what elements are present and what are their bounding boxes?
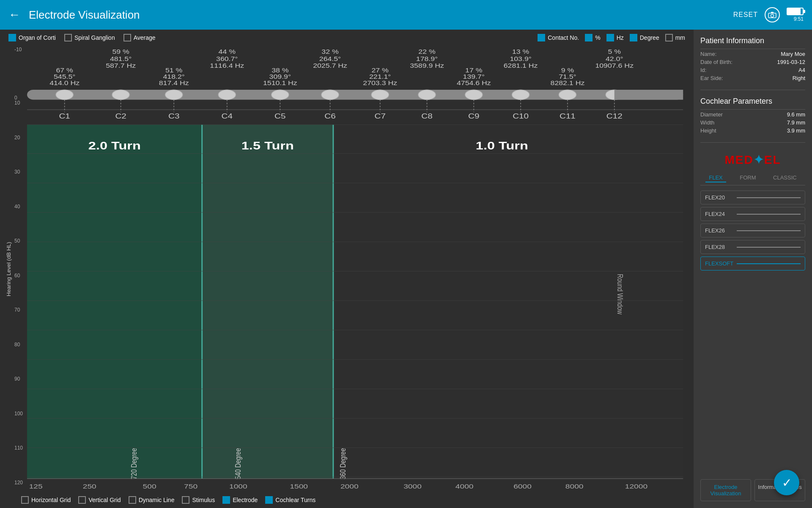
svg-text:545.5°: 545.5° [54,73,75,80]
svg-text:C7: C7 [374,112,385,120]
patient-fields: Name:Mary MoeDate of Birth:1991-03-12Id:… [700,51,805,81]
patient-field-value: A4 [798,67,805,73]
svg-text:414.0 Hz: 414.0 Hz [49,80,80,86]
spiral-ganglion-label: Spiral Ganglion [74,34,115,41]
average-checkbox[interactable] [123,34,131,41]
patient-field-value: Right [793,75,805,81]
svg-text:540 Degree: 540 Degree [234,448,242,479]
svg-point-15 [465,90,483,100]
patient-info-row: Ear Side:Right [700,75,805,81]
nav-electrode-visualization[interactable]: Electrode Visualization [700,479,751,501]
medel-logo: MED✦EL [724,153,781,166]
cochlear-fields: Diameter9.6 mmWidth7.9 mmHeight3.9 mm [700,111,805,134]
legend-electrode[interactable]: Electrode [222,496,258,504]
chart-svg: C1 C2 C3 C4 C5 C6 C7 C8 C9 C10 C11 C12 5… [27,45,689,494]
svg-text:720 Degree: 720 Degree [129,448,138,479]
cochlear-params-title: Cochlear Parameters [700,97,805,106]
legend-stimulus[interactable]: Stimulus [182,496,215,504]
header-right: RESET 9:51 [733,7,804,22]
electrode-type-tabs: FLEX FORM CLASSIC [700,174,805,185]
svg-text:C6: C6 [324,112,335,120]
svg-text:1.0 Turn: 1.0 Turn [476,140,528,152]
electrode-options: FLEX20FLEX24FLEX26FLEX28FLEXSOFT [700,190,805,273]
legend-organ-of-corti[interactable]: Organ of Corti [8,34,56,41]
svg-text:27 %: 27 % [372,67,389,74]
fab-confirm[interactable]: ✓ [774,470,799,495]
cochlear-field-value: 9.6 mm [787,111,805,118]
svg-text:C1: C1 [59,112,70,120]
svg-text:Round Window: Round Window [616,274,625,315]
svg-point-11 [272,90,289,100]
legend-contact-no[interactable]: Contact No. [538,34,579,41]
legend-average[interactable]: Average [123,34,156,41]
svg-text:1000: 1000 [229,483,247,490]
electrode-option-flex28[interactable]: FLEX28 [700,240,805,254]
svg-text:418.2°: 418.2° [163,73,184,80]
patient-field-label: Date of Birth: [700,59,732,65]
patient-field-label: Ear Side: [700,75,723,81]
cochlear-info-row: Diameter9.6 mm [700,111,805,118]
electrode-option-flexsoft[interactable]: FLEXSOFT [700,257,805,271]
cochlear-info-row: Width7.9 mm [700,119,805,126]
legend-degree[interactable]: Degree [630,34,659,41]
svg-text:178.9°: 178.9° [416,55,438,62]
svg-text:44 %: 44 % [219,48,236,55]
tab-form[interactable]: FORM [736,174,759,182]
svg-text:C9: C9 [468,112,479,120]
svg-rect-19 [614,90,683,100]
chart-panel: Organ of Corti Spiral Ganglion Average C… [0,30,694,508]
svg-point-7 [56,90,73,100]
cochlear-field-value: 3.9 mm [787,127,805,134]
tab-classic[interactable]: CLASSIC [770,174,800,182]
battery-bar [787,8,804,15]
electrode-option-name: FLEX28 [705,244,732,250]
legend-pct[interactable]: % [585,34,600,41]
legend-spiral-ganglion[interactable]: Spiral Ganglion [64,34,115,41]
legend-cochlear-turns[interactable]: Cochlear Turns [265,496,315,504]
svg-text:2000: 2000 [340,483,359,490]
legend-dynamic-line[interactable]: Dynamic Line [129,496,175,504]
svg-point-8 [112,90,129,100]
legend-hz[interactable]: Hz [606,34,624,41]
svg-text:3589.9 Hz: 3589.9 Hz [410,62,444,69]
cochlear-field-label: Height [700,127,716,134]
svg-text:750: 750 [184,483,198,490]
svg-text:67 %: 67 % [56,67,73,74]
chart-with-axis: Hearing Level (dB HL) -10 0 10 20 30 40 … [4,45,689,494]
legend-horizontal-grid[interactable]: Horizontal Grid [21,496,71,504]
cochlear-field-label: Diameter [700,111,723,118]
electrode-option-name: FLEX20 [705,194,732,201]
legend-vertical-grid[interactable]: Vertical Grid [78,496,121,504]
svg-text:125: 125 [29,483,43,490]
patient-field-label: Name: [700,51,716,57]
svg-text:2025.7 Hz: 2025.7 Hz [313,62,347,69]
svg-text:103.9°: 103.9° [510,55,531,62]
svg-point-9 [165,90,182,100]
patient-field-label: Id: [700,67,706,73]
svg-rect-2 [771,12,774,13]
svg-text:C11: C11 [560,112,576,120]
svg-text:8282.1 Hz: 8282.1 Hz [551,80,585,86]
camera-button[interactable] [765,7,780,22]
legend-mm[interactable]: mm [665,34,685,41]
svg-text:587.7 Hz: 587.7 Hz [106,62,136,69]
svg-text:17 %: 17 % [465,67,482,74]
svg-text:6281.1 Hz: 6281.1 Hz [504,62,538,69]
svg-text:500: 500 [143,483,156,490]
reset-button[interactable]: RESET [733,11,758,19]
electrode-option-line [737,263,801,264]
spiral-ganglion-checkbox[interactable] [64,34,72,41]
svg-text:250: 250 [83,483,96,490]
svg-text:1510.1 Hz: 1510.1 Hz [263,80,297,86]
svg-text:12000: 12000 [625,483,647,490]
svg-text:32 %: 32 % [321,48,338,55]
electrode-option-flex24[interactable]: FLEX24 [700,207,805,221]
back-button[interactable]: ← [8,8,20,22]
average-label: Average [134,34,156,41]
svg-text:817.4 Hz: 817.4 Hz [159,80,189,86]
electrode-option-line [737,214,801,215]
electrode-option-flex20[interactable]: FLEX20 [700,190,805,204]
electrode-option-flex26[interactable]: FLEX26 [700,224,805,237]
organ-of-corti-checkbox[interactable] [8,34,16,41]
tab-flex[interactable]: FLEX [705,174,726,182]
